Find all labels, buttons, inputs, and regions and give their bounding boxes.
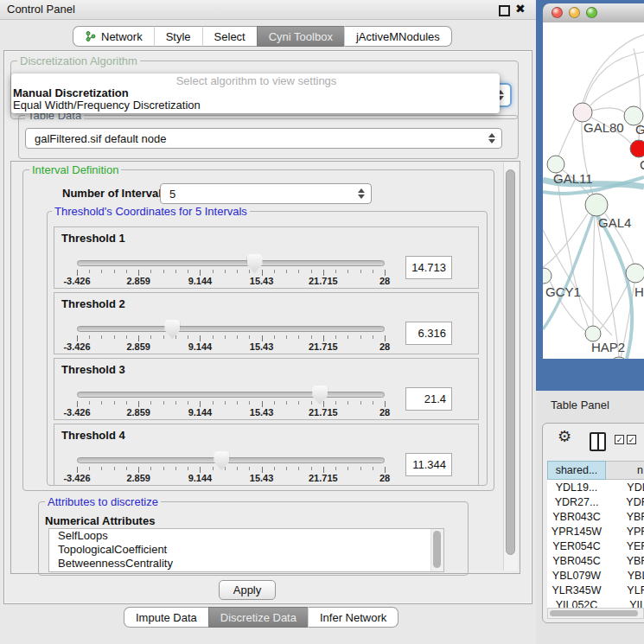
table-cell[interactable]: YER0 xyxy=(606,539,644,553)
slider-tick xyxy=(262,401,263,407)
network-node-gal11[interactable] xyxy=(547,156,564,173)
attribute-item-selfloops[interactable]: SelfLoops xyxy=(49,529,443,543)
table-cell[interactable]: YBL079W xyxy=(547,568,606,583)
scale-label: 2.859 xyxy=(126,473,150,483)
column-header-shared[interactable]: shared... xyxy=(547,461,606,480)
slider-tick xyxy=(348,401,348,405)
table-row[interactable]: YBR043CYBR0 xyxy=(547,509,644,524)
table-cell[interactable]: YDR27... xyxy=(547,494,606,509)
node-label: GAL11 xyxy=(553,171,593,186)
network-edge[interactable] xyxy=(592,108,626,113)
slider-track[interactable] xyxy=(77,457,385,463)
attributes-group-title: Attributes to discretize xyxy=(45,496,161,507)
tab-style[interactable]: Style xyxy=(154,26,202,47)
tab-network[interactable]: Network xyxy=(73,26,154,47)
scale-label: 9.144 xyxy=(188,341,213,352)
network-node-gal4[interactable] xyxy=(585,194,608,216)
list-scrollbar-thumb[interactable] xyxy=(433,531,441,568)
dropdown-placeholder-item[interactable]: Select algorithm to view settings xyxy=(11,75,500,87)
table-row[interactable]: YIL052CYIL0 xyxy=(547,597,644,608)
zoom-traffic-light[interactable] xyxy=(586,7,597,18)
table-cell[interactable]: YIL052C xyxy=(547,597,606,608)
tab-discretize-data[interactable]: Discretize Data xyxy=(208,607,308,628)
network-edge[interactable] xyxy=(593,216,595,326)
table-cell[interactable]: YDR2 xyxy=(606,494,644,509)
number-of-intervals-combobox[interactable]: 5 xyxy=(160,183,372,204)
network-node-gal80[interactable] xyxy=(573,103,592,122)
vertical-scrollbar-thumb[interactable] xyxy=(506,169,515,555)
checkbox-icon[interactable]: ✓ xyxy=(627,435,636,444)
network-edge[interactable] xyxy=(583,35,644,103)
table-cell[interactable]: YLR3 xyxy=(606,583,644,597)
slider-track[interactable] xyxy=(77,326,385,332)
attribute-item-topologicalcoefficient[interactable]: TopologicalCoefficient xyxy=(49,543,443,557)
table-cell[interactable]: YPR1 xyxy=(606,524,644,539)
table-cell[interactable]: YER054C xyxy=(547,539,606,553)
table-cell[interactable]: YBR0 xyxy=(606,553,644,568)
slider-tick xyxy=(262,335,263,341)
slider-tick xyxy=(311,270,312,273)
float-icon[interactable] xyxy=(499,5,510,16)
network-node-h[interactable] xyxy=(626,264,644,283)
network-edge[interactable] xyxy=(600,279,630,329)
table-cell[interactable]: YLR345W xyxy=(547,583,606,597)
network-node-c[interactable] xyxy=(630,140,644,157)
tab-impute-data[interactable]: Impute Data xyxy=(124,607,208,628)
network-edge[interactable] xyxy=(558,118,576,156)
slider-handle[interactable] xyxy=(214,451,229,470)
table-cell[interactable]: YBR0 xyxy=(606,509,644,524)
table-cell[interactable]: YBR045C xyxy=(547,553,606,568)
numerical-attributes-list[interactable]: SelfLoopsTopologicalCoefficientBetweenne… xyxy=(48,528,444,572)
dropdown-item-equal-width-frequency[interactable]: Equal Width/Frequency Discretization xyxy=(11,99,500,112)
network-window-titlebar[interactable] xyxy=(543,3,644,23)
close-icon[interactable]: ✖ xyxy=(515,2,526,16)
network-edge[interactable] xyxy=(590,74,644,105)
scale-label: 15.43 xyxy=(250,276,274,286)
table-row[interactable]: YDL19...YDL1 xyxy=(547,480,644,494)
slider-tick xyxy=(373,401,373,405)
minimize-traffic-light[interactable] xyxy=(569,7,580,18)
checkbox-icon[interactable]: ✓ xyxy=(615,435,624,444)
table-cell[interactable]: YBR043C xyxy=(547,509,606,524)
threshold-value-field[interactable]: 11.344 xyxy=(405,453,452,476)
close-traffic-light[interactable] xyxy=(552,7,563,18)
table-cell[interactable]: YIL0 xyxy=(606,597,644,608)
network-edge[interactable] xyxy=(543,214,588,267)
columns-icon[interactable] xyxy=(590,432,606,451)
slider-handle[interactable] xyxy=(312,386,328,405)
tab-jactivemnodules[interactable]: jActiveMNodules xyxy=(344,26,452,47)
table-horizontal-scrollbar-thumb[interactable] xyxy=(550,610,638,616)
network-view-canvas[interactable]: GAL80GCGAL11GAL4GCY1HHAP2 xyxy=(543,22,644,359)
dropdown-item-manual-discretization[interactable]: Manual Discretization xyxy=(11,87,500,99)
slider-handle[interactable] xyxy=(164,320,180,339)
table-horizontal-scrollbar[interactable] xyxy=(547,608,644,619)
table-row[interactable]: YER054CYER0 xyxy=(547,539,644,553)
network-graph[interactable]: GAL80GCGAL11GAL4GCY1HHAP2 xyxy=(543,22,644,359)
slider-track[interactable] xyxy=(77,260,385,266)
table-row[interactable]: YBR045CYBR0 xyxy=(547,553,644,568)
slider-tick xyxy=(237,270,238,273)
table-row[interactable]: YBL079WYBL0 xyxy=(547,568,644,583)
table-cell[interactable]: YPR145W xyxy=(547,524,606,539)
attribute-item-betweennesscentrality[interactable]: BetweennessCentrality xyxy=(49,557,443,571)
slider-track[interactable] xyxy=(77,392,385,398)
table-cell[interactable]: YBL0 xyxy=(606,568,644,583)
table-cell[interactable]: YDL19... xyxy=(547,480,606,494)
column-header-n[interactable]: n xyxy=(606,461,644,480)
apply-button[interactable]: Apply xyxy=(219,580,276,600)
threshold-value-field[interactable]: 21.4 xyxy=(405,387,452,411)
tab-infer-network[interactable]: Infer Network xyxy=(308,607,399,628)
table-row[interactable]: YPR145WYPR1 xyxy=(547,524,644,539)
table-row[interactable]: YDR27...YDR2 xyxy=(547,494,644,509)
network-edge[interactable] xyxy=(557,173,590,330)
table-data-combobox[interactable]: galFiltered.sif default node xyxy=(25,128,502,149)
table-cell[interactable]: YDL1 xyxy=(606,480,644,494)
tab-select[interactable]: Select xyxy=(202,26,257,47)
table-row[interactable]: YLR345WYLR3 xyxy=(547,583,644,597)
threshold-value-field[interactable]: 6.316 xyxy=(405,322,452,345)
tab-cyni-toolbox[interactable]: Cyni Toolbox xyxy=(257,26,344,47)
threshold-value-field[interactable]: 14.713 xyxy=(405,256,452,279)
gear-icon[interactable]: ⚙ xyxy=(558,429,571,444)
list-scrollbar[interactable] xyxy=(430,529,443,571)
scale-label: -3.426 xyxy=(63,276,90,286)
